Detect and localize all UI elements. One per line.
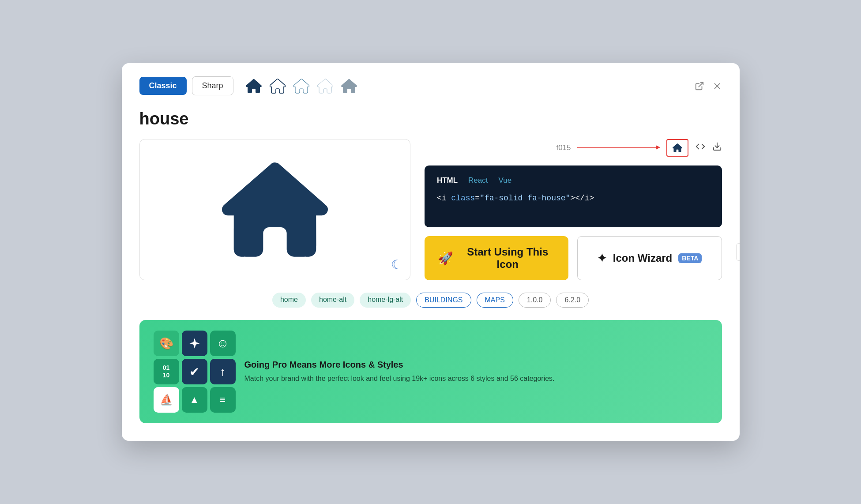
action-buttons-row: 🚀 Start Using This Icon ✦ Icon Wizard BE… <box>425 236 722 280</box>
pro-icon-menu: ≡ <box>210 387 236 413</box>
tag-maps[interactable]: MAPS <box>477 293 513 308</box>
tag-home-alt[interactable]: home-alt <box>311 293 354 308</box>
variant-outline-thin[interactable] <box>293 78 309 94</box>
icon-preview-box-highlighted[interactable] <box>666 139 688 157</box>
header-row: Classic Sharp <box>139 76 722 95</box>
icon-variant-list <box>246 78 357 94</box>
unicode-code: f015 <box>556 143 571 152</box>
variant-outline[interactable] <box>270 78 286 94</box>
code-tag-close: ></i> <box>570 194 594 203</box>
download-button[interactable] <box>712 142 722 154</box>
pro-icon-check: ✔ <box>182 359 207 384</box>
tag-version-1[interactable]: 1.0.0 <box>519 293 551 308</box>
tag-version-2[interactable]: 6.2.0 <box>556 293 589 308</box>
modal-actions <box>695 81 722 91</box>
tags-row: home home-alt home-lg-alt BUILDINGS MAPS… <box>139 293 722 308</box>
code-panel: f015 <box>425 139 722 280</box>
tab-react[interactable]: React <box>468 176 488 185</box>
external-link-button[interactable] <box>695 81 704 91</box>
code-equals: = <box>475 194 480 203</box>
arrow-indicator <box>577 147 657 148</box>
code-content: <i class="fa-solid fa-house"></i> <box>437 194 710 203</box>
rocket-icon: 🚀 <box>438 251 453 266</box>
icon-preview-panel: ☾ <box>139 139 410 280</box>
pro-icon-arrow-up: ↑ <box>210 359 236 384</box>
pro-banner-text: Going Pro Means More Icons & Styles Matc… <box>244 360 555 384</box>
tag-home-lg-alt[interactable]: home-lg-alt <box>360 293 411 308</box>
svg-line-0 <box>699 82 703 87</box>
tag-buildings[interactable]: BUILDINGS <box>416 293 471 308</box>
wizard-label: Icon Wizard <box>613 252 672 264</box>
code-attr-name: class <box>451 194 475 203</box>
pro-icon-boat: ⛵ <box>154 387 179 413</box>
code-tag-open: <i <box>437 194 451 203</box>
dark-mode-toggle[interactable]: ☾ <box>391 257 402 272</box>
icon-title: house <box>139 109 722 128</box>
variant-solid[interactable] <box>246 78 262 94</box>
tab-vue[interactable]: Vue <box>499 176 512 185</box>
tab-html[interactable]: HTML <box>437 176 458 185</box>
tab-classic[interactable]: Classic <box>139 77 187 95</box>
start-using-label: Start Using This Icon <box>460 246 555 271</box>
beta-badge: BETA <box>678 253 702 263</box>
tab-sharp[interactable]: Sharp <box>192 76 233 95</box>
main-content: ☾ f015 <box>139 139 722 280</box>
unicode-indicator: f015 <box>556 143 659 152</box>
pro-banner-description: Match your brand with the perfect look a… <box>244 373 555 384</box>
start-using-button[interactable]: 🚀 Start Using This Icon <box>425 236 568 280</box>
code-language-tabs: HTML React Vue <box>437 176 710 185</box>
pro-icon-paintbrush: 🎨 <box>154 331 179 356</box>
variant-gray[interactable] <box>341 78 357 94</box>
code-block: HTML React Vue <i class="fa-solid fa-hou… <box>425 165 722 227</box>
code-attr-value: "fa-solid fa-house" <box>480 194 570 203</box>
variant-light[interactable] <box>317 78 333 94</box>
icon-wizard-button[interactable]: ✦ Icon Wizard BETA <box>577 236 722 280</box>
close-button[interactable] <box>712 81 722 91</box>
pro-icon-smiley: ☺ <box>210 331 236 356</box>
code-toolbar: f015 <box>425 139 722 157</box>
pro-banner-title: Going Pro Means More Icons & Styles <box>244 360 555 370</box>
tag-home[interactable]: home <box>272 293 306 308</box>
house-icon-large <box>222 161 328 258</box>
pro-banner[interactable]: 🎨 ☺ 0110 ✔ ↑ ⛵ ▲ ≡ Going Pro Means More … <box>139 320 722 423</box>
copy-code-button[interactable] <box>696 142 705 154</box>
pro-icon-sparkle <box>182 331 207 356</box>
sidebar-toggle[interactable]: ‹ <box>736 243 740 261</box>
pro-icon-triangle: ▲ <box>182 387 207 413</box>
icon-detail-modal: ‹ Classic Sharp <box>122 63 740 441</box>
pro-icons-grid: 🎨 ☺ 0110 ✔ ↑ ⛵ ▲ ≡ <box>154 331 236 413</box>
pro-icon-binary: 0110 <box>154 359 179 384</box>
sparkle-icon: ✦ <box>597 252 607 265</box>
